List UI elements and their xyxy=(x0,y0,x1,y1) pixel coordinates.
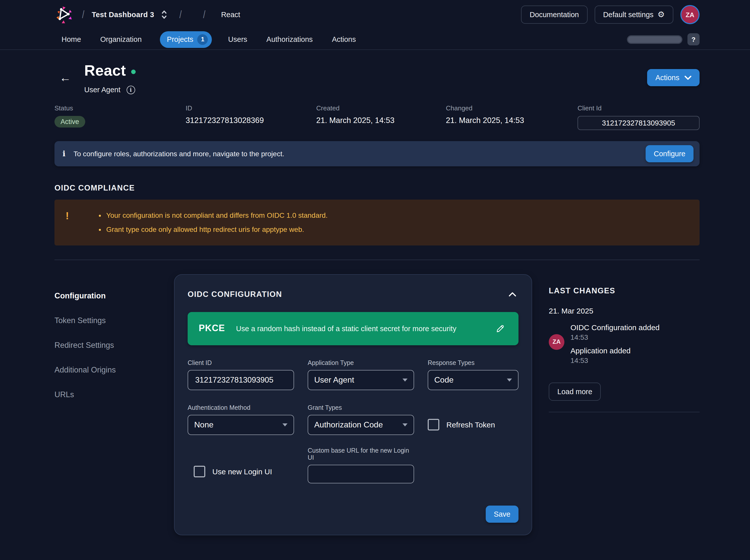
org-switcher-button[interactable] xyxy=(160,9,168,20)
sidenav-item-redirect-settings[interactable]: Redirect Settings xyxy=(55,335,174,355)
header-actions: Documentation Default settings ⚙ ZA xyxy=(521,5,699,24)
dropdown-caret-icon xyxy=(402,378,408,381)
dropdown-caret-icon xyxy=(282,423,288,426)
collapse-card-button[interactable] xyxy=(507,290,518,299)
custom-base-url-label: Custom base URL for the new Login UI xyxy=(308,447,414,461)
refresh-token-checkbox[interactable] xyxy=(428,419,439,431)
auth-method-select[interactable]: None xyxy=(188,415,294,435)
refresh-token-label: Refresh Token xyxy=(446,420,495,429)
nav-tab-organization[interactable]: Organization xyxy=(99,32,142,46)
warning-item: Your configuration is not compliant and … xyxy=(106,208,328,222)
pencil-icon xyxy=(495,323,506,333)
nav-tab-authorizations[interactable]: Authorizations xyxy=(265,32,314,46)
warning-item: Grant type code only allowed http redire… xyxy=(106,223,328,236)
dropdown-caret-icon xyxy=(402,423,408,426)
status-label: Status xyxy=(55,104,185,112)
nav-tab-projects[interactable]: Projects 1 xyxy=(160,31,212,48)
created-label: Created xyxy=(316,104,446,112)
breadcrumb-app[interactable]: React xyxy=(221,11,240,19)
last-changes-panel: LAST CHANGES 21. Mar 2025 ZA OIDC Config… xyxy=(549,274,699,412)
grant-types-label: Grant Types xyxy=(308,404,414,411)
top-header: / Test Dashboard 3 / / React Documentati… xyxy=(0,0,750,29)
client-id-field-label: Client ID xyxy=(188,359,294,366)
meta-row: Status Active ID 312172327813028369 Crea… xyxy=(55,104,699,130)
id-value: 312172327813028369 xyxy=(185,116,316,125)
pkce-banner: PKCE Use a random hash instead of a stat… xyxy=(188,312,518,345)
documentation-button[interactable]: Documentation xyxy=(521,5,587,24)
section-divider xyxy=(55,259,699,260)
id-label: ID xyxy=(185,104,316,112)
zitadel-logo[interactable] xyxy=(55,4,75,25)
info-banner-text: To configure roles, authorizations and m… xyxy=(73,149,284,158)
save-button[interactable]: Save xyxy=(486,505,518,522)
nav-tab-home[interactable]: Home xyxy=(61,32,82,46)
changed-label: Changed xyxy=(446,104,577,112)
settings-sidenav: Configuration Token Settings Redirect Se… xyxy=(55,274,174,410)
created-value: 21. March 2025, 14:53 xyxy=(316,116,446,125)
logo-icon xyxy=(55,5,74,24)
loading-skeleton xyxy=(628,36,682,43)
oidc-configuration-card: OIDC CONFIGURATION PKCE Use a random has… xyxy=(174,274,532,535)
breadcrumb-org[interactable]: Test Dashboard 3 xyxy=(92,11,154,19)
projects-count-badge: 1 xyxy=(197,34,208,45)
response-types-select[interactable]: Code xyxy=(428,370,518,390)
edit-pkce-button[interactable] xyxy=(493,322,507,335)
warning-icon: ! xyxy=(65,210,69,221)
client-id-copy-box[interactable]: 312172327813093905 xyxy=(577,116,699,130)
help-button[interactable]: ? xyxy=(688,33,699,45)
event-title: OIDC Configuration added xyxy=(570,323,660,331)
change-event[interactable]: Application added 14:53 xyxy=(570,346,660,364)
breadcrumb-separator: / xyxy=(82,8,84,21)
info-banner: ℹ To configure roles, authorizations and… xyxy=(55,141,699,166)
event-time: 14:53 xyxy=(570,333,660,341)
last-changes-heading: LAST CHANGES xyxy=(549,286,699,295)
title-row: ← React User Agent i Actions xyxy=(55,62,699,94)
sidenav-item-additional-origins[interactable]: Additional Origins xyxy=(55,360,174,379)
change-avatar: ZA xyxy=(549,334,565,350)
compliance-warning-box: ! Your configuration is not compliant an… xyxy=(55,199,699,245)
body-row: Configuration Token Settings Redirect Se… xyxy=(55,274,699,535)
configure-button[interactable]: Configure xyxy=(646,145,693,162)
auth-method-label: Authentication Method xyxy=(188,404,294,411)
status-dot xyxy=(131,69,135,74)
grant-types-select[interactable]: Authorization Code xyxy=(308,415,414,435)
info-icon[interactable]: i xyxy=(126,85,135,94)
main-nav: Home Organization Projects 1 Users Autho… xyxy=(0,29,750,50)
info-banner-icon: ℹ xyxy=(62,149,65,158)
changes-date: 21. Mar 2025 xyxy=(549,306,699,315)
nav-tab-users[interactable]: Users xyxy=(227,32,249,46)
unfold-more-icon xyxy=(160,9,168,20)
sidenav-item-urls[interactable]: URLs xyxy=(55,385,174,404)
breadcrumb-separator: / xyxy=(203,8,205,21)
change-event[interactable]: OIDC Configuration added 14:53 xyxy=(570,323,660,341)
changed-value: 21. March 2025, 14:53 xyxy=(446,116,577,125)
user-avatar[interactable]: ZA xyxy=(680,5,699,24)
use-new-login-label: Use new Login UI xyxy=(212,467,272,476)
status-badge: Active xyxy=(55,116,85,127)
nav-tab-actions[interactable]: Actions xyxy=(331,32,357,46)
client-id-label: Client Id xyxy=(577,104,699,112)
back-button[interactable]: ← xyxy=(60,72,71,84)
client-id-input[interactable] xyxy=(188,370,294,390)
breadcrumb-separator: / xyxy=(179,8,181,21)
arrow-left-icon: ← xyxy=(60,71,71,84)
pkce-description: Use a random hash instead of a static cl… xyxy=(236,324,456,332)
application-type-select[interactable]: User Agent xyxy=(308,370,414,390)
custom-base-url-input[interactable] xyxy=(308,464,414,483)
card-heading: OIDC CONFIGURATION xyxy=(188,290,282,299)
changes-divider xyxy=(549,412,699,412)
response-types-label: Response Types xyxy=(428,359,518,366)
use-new-login-checkbox[interactable] xyxy=(194,465,205,477)
sidenav-item-configuration[interactable]: Configuration xyxy=(55,286,174,305)
page-title: React xyxy=(84,62,126,79)
sidenav-item-token-settings[interactable]: Token Settings xyxy=(55,311,174,330)
page-content: ← React User Agent i Actions xyxy=(55,62,699,535)
actions-button[interactable]: Actions xyxy=(647,69,699,86)
application-type-label: Application Type xyxy=(308,359,414,366)
event-time: 14:53 xyxy=(570,356,660,364)
chevron-up-icon xyxy=(508,292,516,297)
event-title: Application added xyxy=(570,346,660,355)
warning-list: Your configuration is not compliant and … xyxy=(77,207,328,237)
load-more-button[interactable]: Load more xyxy=(549,382,601,400)
default-settings-button[interactable]: Default settings ⚙ xyxy=(594,5,673,24)
